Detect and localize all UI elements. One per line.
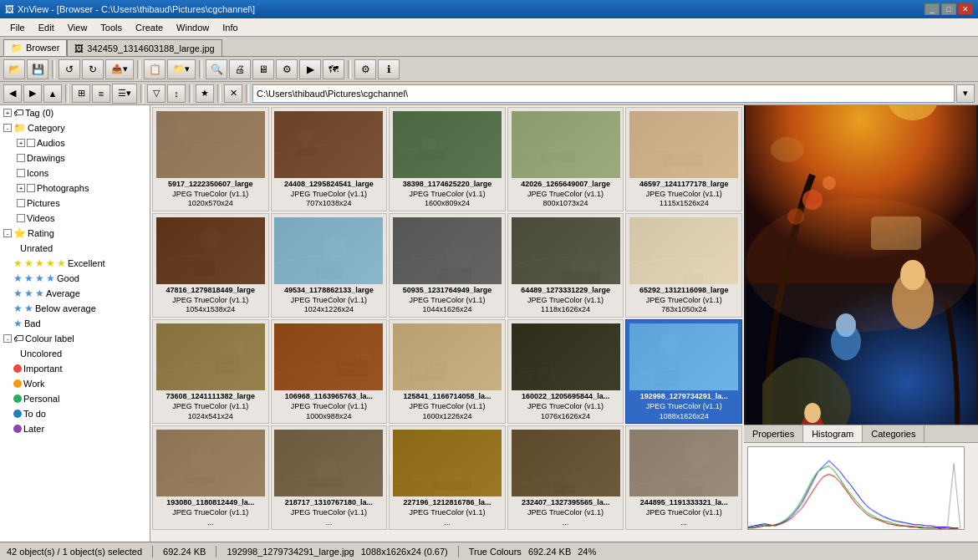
thumbnail-item-5[interactable]: 46597_1241177178_largeJPEG TrueColor (v1… [625, 107, 742, 211]
toolbar-batch-btn[interactable]: ⚙ [276, 59, 298, 79]
menu-info[interactable]: Info [216, 21, 244, 34]
thumbnail-item-17[interactable]: 218717_1310767180_la...JPEG TrueColor (v… [271, 425, 388, 530]
nav-thumbs-btn[interactable]: ⊞ [72, 84, 90, 103]
tab-histogram[interactable]: Histogram [803, 425, 863, 442]
svg-rect-23 [439, 268, 471, 283]
tree-audios[interactable]: + Audios [0, 135, 150, 150]
tree-pictures[interactable]: Pictures [0, 196, 150, 211]
tab-categories[interactable]: Categories [863, 425, 925, 442]
tree-tag[interactable]: + 🏷 Tag (0) [0, 105, 150, 120]
toolbar-export-btn[interactable]: 📤▾ [105, 59, 134, 79]
nav-up-btn[interactable]: ▲ [43, 84, 62, 103]
photos-checkbox[interactable] [27, 184, 35, 192]
tree-work[interactable]: Work [0, 376, 150, 391]
videos-checkbox[interactable] [17, 214, 25, 222]
nav-forward-btn[interactable]: ▶ [23, 84, 42, 103]
status-dimensions: 1088x1626x24 (0.67) [361, 547, 448, 557]
thumbnail-item-14[interactable]: 160022_1205695844_la...JPEG TrueColor (v… [507, 319, 624, 424]
tree-important[interactable]: Important [0, 361, 150, 376]
toolbar-print-btn[interactable]: 🖨 [229, 59, 251, 79]
tab-image[interactable]: 🖼 342459_1314603188_large.jpg [67, 39, 222, 56]
thumbnail-item-1[interactable]: 5917_1222350607_largeJPEG TrueColor (v1.… [152, 107, 269, 211]
menu-tools[interactable]: Tools [94, 21, 129, 34]
toolbar-move-btn[interactable]: 📁▾ [167, 59, 196, 79]
tree-photographs[interactable]: + Photographs [0, 181, 150, 196]
nav-go-btn[interactable]: ▾ [956, 84, 975, 103]
toolbar-settings-btn[interactable]: ⚙ [354, 59, 376, 79]
menu-file[interactable]: File [3, 21, 32, 34]
thumbnail-item-13[interactable]: 125841_1166714058_la...JPEG TrueColor (v… [389, 319, 506, 424]
nav-bookmark-btn[interactable]: ★ [196, 84, 214, 103]
toolbar-refresh-btn[interactable]: ↺ [59, 59, 80, 79]
tree-excellent[interactable]: ★ ★ ★ ★ ★ Excellent [0, 256, 150, 271]
tree-below-average[interactable]: ★ ★ Below average [0, 301, 150, 316]
thumbnail-item-19[interactable]: 232407_1327395565_la...JPEG TrueColor (v… [507, 425, 624, 530]
toolbar-find-btn[interactable]: 🔍 [206, 59, 227, 79]
thumbnail-item-4[interactable]: 42026_1265649007_largeJPEG TrueColor (v1… [507, 107, 624, 211]
thumbnail-item-15[interactable]: 192998_1279734291_la...JPEG TrueColor (v… [625, 319, 742, 424]
later-dot-icon [13, 425, 22, 433]
tab-properties[interactable]: Properties [744, 425, 803, 442]
minimize-btn[interactable]: _ [925, 3, 940, 15]
thumbnail-item-9[interactable]: 64489_1273331229_largeJPEG TrueColor (v1… [507, 213, 624, 318]
thumbnail-item-2[interactable]: 24408_1295824541_largeJPEG TrueColor (v1… [271, 107, 388, 211]
thumbnail-item-11[interactable]: 73608_1241111382_largeJPEG TrueColor (v1… [152, 319, 269, 424]
svg-rect-59 [675, 486, 703, 496]
nav-filter-btn[interactable]: ▽ [147, 84, 166, 103]
tree-personal[interactable]: Personal [0, 391, 150, 406]
nav-sort-btn[interactable]: ↕ [167, 84, 186, 103]
nav-list-btn[interactable]: ≡ [92, 84, 110, 103]
maximize-btn[interactable]: □ [941, 3, 956, 15]
thumbnail-item-10[interactable]: 65292_1312116098_largeJPEG TrueColor (v1… [625, 213, 742, 318]
icons-label: Icons [27, 168, 48, 178]
tree-videos[interactable]: Videos [0, 211, 150, 226]
icons-checkbox[interactable] [17, 169, 25, 177]
tree-icons[interactable]: Icons [0, 165, 150, 181]
left-panel: + 🏷 Tag (0) - 📁 Category + Audios Drawin… [0, 105, 150, 542]
tree-unrated[interactable]: Unrated [0, 241, 150, 256]
menu-edit[interactable]: Edit [32, 21, 61, 34]
menu-view[interactable]: View [61, 21, 94, 34]
thumbnail-item-18[interactable]: 227196_1212816786_la...JPEG TrueColor (v… [389, 425, 506, 530]
menu-create[interactable]: Create [129, 21, 170, 34]
thumbnail-item-3[interactable]: 38398_1174625220_largeJPEG TrueColor (v1… [389, 107, 506, 211]
thumbnail-item-6[interactable]: 47816_1279818449_largeJPEG TrueColor (v1… [152, 213, 269, 318]
status-filesize: 692.24 KB [163, 547, 206, 557]
toolbar-open-btn[interactable]: 📂 [3, 59, 25, 79]
audios-checkbox[interactable] [27, 139, 35, 147]
tab-browser[interactable]: 📁 Browser [3, 39, 67, 56]
tree-rating[interactable]: - ⭐ Rating [0, 226, 150, 241]
address-bar[interactable]: C:\Users\thibaud\Pictures\cgchannel\ [252, 84, 955, 103]
nav-details-btn[interactable]: ☰▾ [112, 84, 137, 104]
close-btn[interactable]: ✕ [958, 3, 973, 15]
tree-todo[interactable]: To do [0, 406, 150, 421]
pictures-checkbox[interactable] [17, 199, 25, 207]
tree-colour-label[interactable]: - 🏷 Colour label [0, 331, 150, 346]
thumbnail-item-7[interactable]: 49534_1178862133_largeJPEG TrueColor (v1… [271, 213, 388, 318]
tree-good[interactable]: ★ ★ ★ ★ Good [0, 271, 150, 286]
thumbnail-item-8[interactable]: 50935_1231764949_largeJPEG TrueColor (v1… [389, 213, 506, 318]
tree-drawings[interactable]: Drawings [0, 150, 150, 165]
thumbnail-item-12[interactable]: 106968_1163965763_la...JPEG TrueColor (v… [271, 319, 388, 424]
toolbar-copy-btn[interactable]: 📋 [144, 59, 166, 79]
nav-back-btn[interactable]: ◀ [3, 84, 22, 103]
toolbar-screen-btn[interactable]: 🖥 [252, 59, 274, 79]
thumbnail-item-20[interactable]: 244895_1191333321_la...JPEG TrueColor (v… [625, 425, 742, 530]
tree-uncolored[interactable]: Uncolored [0, 346, 150, 361]
drawings-checkbox[interactable] [17, 154, 25, 162]
menu-window[interactable]: Window [170, 21, 216, 34]
toolbar-save-btn[interactable]: 💾 [27, 59, 48, 79]
toolbar-refresh2-btn[interactable]: ↻ [82, 59, 104, 79]
content-area[interactable]: 5917_1222350607_largeJPEG TrueColor (v1.… [150, 105, 744, 542]
tree-later[interactable]: Later [0, 421, 150, 436]
tree-average[interactable]: ★ ★ ★ Average [0, 286, 150, 301]
toolbar-map-btn[interactable]: 🗺 [323, 59, 344, 79]
nav-stop-btn[interactable]: ✕ [224, 84, 242, 103]
toolbar-slideshow-btn[interactable]: ▶ [299, 59, 321, 79]
svg-point-79 [746, 198, 976, 332]
thumbnail-grid: 5917_1222350607_largeJPEG TrueColor (v1.… [150, 105, 744, 532]
toolbar-info-btn[interactable]: ℹ [378, 59, 400, 79]
tree-category[interactable]: - 📁 Category [0, 120, 150, 135]
tree-bad[interactable]: ★ Bad [0, 316, 150, 331]
thumbnail-item-16[interactable]: 193080_1180812449_la...JPEG TrueColor (v… [152, 425, 269, 530]
